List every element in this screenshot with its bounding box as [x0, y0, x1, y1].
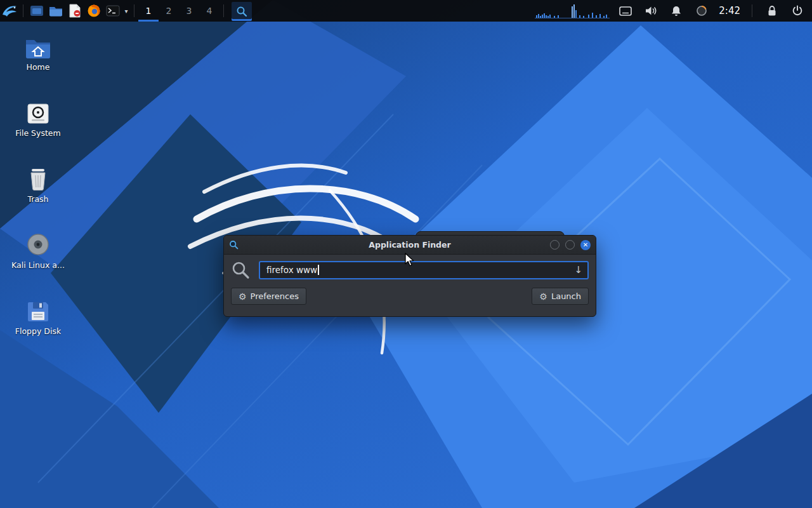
search-icon	[231, 260, 250, 279]
close-icon: ✕	[583, 242, 588, 248]
titlebar[interactable]: Application Finder ✕	[224, 236, 596, 255]
panel-separator	[23, 4, 23, 17]
system-monitor-graph[interactable]	[535, 3, 610, 19]
application-finder-window: Application Finder ✕ firefox www	[223, 235, 596, 317]
dialog-body: firefox www ↓ ⚙ Preferences ⚙ Launch	[224, 255, 596, 316]
desktop-icon-home[interactable]: Home	[11, 33, 65, 72]
power-icon[interactable]	[788, 0, 807, 22]
workspace-4[interactable]: 4	[199, 0, 219, 22]
desktop-icon-label: Home	[27, 62, 50, 72]
workspace-1[interactable]: 1	[138, 0, 159, 22]
launch-gear-icon: ⚙	[539, 292, 547, 301]
desktop-icon-label: Floppy Disk	[15, 326, 61, 336]
desktop-icon-floppy[interactable]: Floppy Disk	[11, 297, 65, 336]
trash-icon	[27, 165, 49, 190]
notifications-bell-icon[interactable]	[667, 0, 686, 22]
desktop-icon-label: File System	[15, 128, 61, 138]
panel-separator	[223, 4, 224, 17]
panel-separator	[752, 4, 752, 17]
clock[interactable]: 2:42	[717, 5, 742, 17]
top-panel: ▾ 1 2 3 4	[0, 0, 812, 22]
preferences-button-label: Preferences	[251, 291, 299, 301]
gear-icon: ⚙	[239, 292, 247, 301]
close-button[interactable]: ✕	[580, 240, 591, 250]
file-manager-icon[interactable]	[27, 0, 46, 22]
terminal-dropdown-caret[interactable]: ▾	[122, 8, 130, 15]
kali-logo-icon[interactable]	[0, 0, 19, 22]
desktop-icon-kali-cd[interactable]: Kali Linux a...	[11, 231, 65, 270]
floppy-icon	[27, 297, 49, 323]
firefox-icon[interactable]	[84, 0, 103, 22]
launch-button-label: Launch	[551, 291, 581, 301]
panel-separator	[134, 4, 134, 17]
text-editor-icon[interactable]	[65, 0, 84, 22]
app-finder-icon	[236, 6, 247, 17]
desktop: Home File System	[0, 0, 812, 508]
history-dropdown-icon[interactable]: ↓	[574, 265, 582, 275]
terminal-icon[interactable]	[103, 0, 122, 22]
drive-icon	[27, 99, 49, 124]
lock-icon[interactable]	[763, 0, 782, 22]
desktop-icon-label: Kali Linux a...	[11, 260, 65, 270]
volume-icon[interactable]	[641, 0, 660, 22]
home-folder-icon	[25, 33, 51, 58]
launch-button[interactable]: ⚙ Launch	[532, 288, 589, 305]
workspace-2[interactable]: 2	[159, 0, 179, 22]
application-finder-titlebar-icon	[229, 240, 239, 250]
window-title: Application Finder	[224, 240, 596, 250]
folder-icon[interactable]	[46, 0, 65, 22]
text-caret	[318, 265, 319, 275]
maximize-button[interactable]	[565, 240, 575, 250]
desktop-icon-filesystem[interactable]: File System	[11, 99, 65, 138]
workspace-3[interactable]: 3	[179, 0, 199, 22]
preferences-button[interactable]: ⚙ Preferences	[231, 288, 306, 305]
desktop-icon-column: Home File System	[11, 33, 65, 336]
status-tray-icon[interactable]	[692, 0, 711, 22]
minimize-button[interactable]	[550, 240, 560, 250]
search-input[interactable]: firefox www ↓	[259, 261, 589, 279]
display-icon[interactable]	[616, 0, 635, 22]
desktop-icon-label: Trash	[27, 194, 48, 204]
taskbar-application-finder[interactable]	[232, 2, 252, 21]
disc-icon	[26, 231, 50, 257]
desktop-icon-trash[interactable]: Trash	[11, 165, 65, 204]
search-input-value: firefox www	[266, 265, 317, 275]
